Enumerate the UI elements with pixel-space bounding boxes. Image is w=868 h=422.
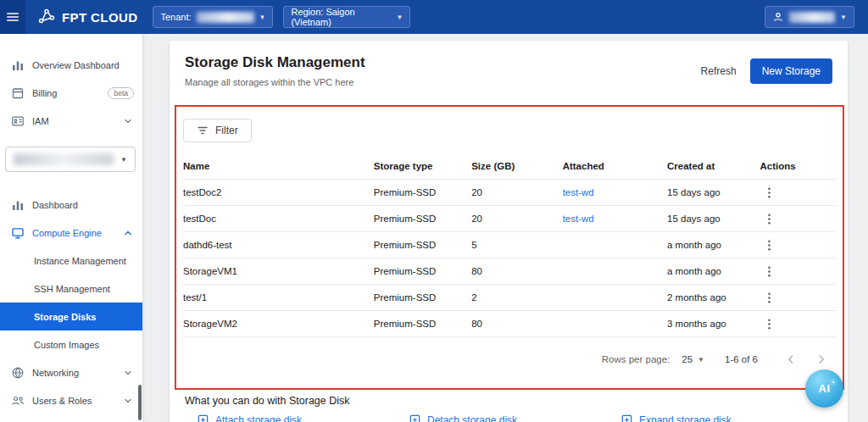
id-card-icon <box>11 114 25 128</box>
region-label: Region: Saigon (Vietnam) <box>291 7 391 27</box>
attached-vm-link[interactable]: test-wd <box>563 214 594 224</box>
row-actions-button[interactable] <box>760 314 778 333</box>
previous-page-button[interactable] <box>780 348 802 370</box>
cell-created-at: 2 months ago <box>662 292 754 303</box>
table-row: testDoc2Premium-SSD20test-wd15 days ago <box>183 180 836 206</box>
expand-storage-disk-link[interactable]: Expand storage disk <box>620 414 832 422</box>
sidebar-item-ssh-management[interactable]: SSH Management <box>0 275 142 303</box>
ai-assistant-button[interactable]: AI <box>805 369 843 408</box>
cell-actions <box>754 183 836 202</box>
sidebar-item-custom-images[interactable]: Custom Images <box>0 330 142 358</box>
detach-storage-disk-icon <box>409 414 421 422</box>
table-row: StorageVM1Premium-SSD80a month ago <box>183 258 836 285</box>
sidebar-item-label: Users & Roles <box>32 396 122 406</box>
column-header-actions: Actions <box>754 161 836 171</box>
cell-actions <box>754 236 836 254</box>
sidebar-item-label: Networking <box>32 368 122 378</box>
footer-heading: What you can do with Storage Disk <box>185 395 832 407</box>
user-icon <box>772 11 784 23</box>
sidebar-main-group: DashboardCompute EngineInstance Manageme… <box>0 191 142 414</box>
cell-created-at: a month ago <box>662 266 754 276</box>
chevron-right-icon <box>815 353 827 365</box>
sidebar-scrollbar[interactable] <box>138 385 142 420</box>
cell-size: 5 <box>471 240 562 250</box>
billing-icon <box>11 86 25 100</box>
cell-size: 2 <box>471 292 562 303</box>
table-row: dathd6-testPremium-SSD5a month ago <box>183 232 836 258</box>
sidebar-item-dashboard[interactable]: Dashboard <box>0 191 142 219</box>
chevron-down-icon: ▼ <box>120 156 127 164</box>
cell-storage-type: Premium-SSD <box>374 319 471 329</box>
cell-size: 80 <box>471 266 562 276</box>
cell-created-at: a month ago <box>662 240 754 250</box>
page-title: Storage Disk Management <box>185 54 365 71</box>
cell-storage-type: Premium-SSD <box>374 292 471 303</box>
brand-name: FPT CLOUD <box>62 10 137 25</box>
panel-header: Storage Disk Management Manage all stora… <box>170 41 848 105</box>
account-menu[interactable]: ▼ <box>765 6 854 28</box>
sidebar-item-instance-management[interactable]: Instance Management <box>0 247 142 275</box>
cell-name: StorageVM2 <box>183 319 374 329</box>
detach-storage-disk-link[interactable]: Detach storage disk <box>409 414 620 422</box>
cell-created-at: 15 days ago <box>662 187 754 197</box>
attach-storage-disk-link[interactable]: Attach storage disk <box>197 414 409 422</box>
fpt-cloud-logo: FPT CLOUD <box>37 8 137 26</box>
column-header-attached: Attached <box>563 161 662 171</box>
sidebar-project-selector-redacted[interactable]: ▼ <box>5 147 136 172</box>
cell-created-at: 15 days ago <box>662 214 754 224</box>
chevron-left-icon <box>785 353 797 365</box>
sidebar-item-label: Overview Dashboard <box>32 60 134 70</box>
gear-icon <box>829 375 837 383</box>
row-actions-button[interactable] <box>760 183 778 202</box>
filter-icon <box>197 125 209 136</box>
cell-actions <box>754 262 836 280</box>
rows-per-page-select[interactable]: 25 ▼ <box>682 354 704 364</box>
sidebar-item-storage-disks[interactable]: Storage Disks <box>0 303 142 330</box>
sidebar: Overview DashboardBillingbetaIAM ▼ Dashb… <box>0 34 142 422</box>
expand-storage-disk-icon <box>620 414 633 422</box>
tenant-value-redacted <box>197 12 254 23</box>
cell-name: dathd6-test <box>183 240 374 250</box>
row-actions-button[interactable] <box>760 209 778 228</box>
attached-vm-link[interactable]: test-wd <box>563 187 594 197</box>
sidebar-item-compute-engine[interactable]: Compute Engine <box>0 219 142 247</box>
row-actions-button[interactable] <box>760 236 778 254</box>
annotation-rectangle: Filter NameStorage typeSize (GB)Attached… <box>175 105 844 390</box>
rows-per-page-value: 25 <box>682 354 693 364</box>
chevron-down-icon: ▼ <box>698 356 704 364</box>
row-actions-button[interactable] <box>760 288 778 307</box>
sidebar-item-billing[interactable]: Billingbeta <box>0 79 142 107</box>
footer-link-label: Attach storage disk <box>215 414 302 422</box>
table-row: StorageVM2Premium-SSD803 months ago <box>183 311 836 337</box>
people-icon <box>11 394 25 408</box>
table-header-row: NameStorage typeSize (GB)AttachedCreated… <box>183 153 836 180</box>
refresh-button[interactable]: Refresh <box>701 65 737 77</box>
storage-disk-table: NameStorage typeSize (GB)AttachedCreated… <box>183 153 836 337</box>
sidebar-item-overview-dashboard[interactable]: Overview Dashboard <box>0 51 142 79</box>
footer-section: What you can do with Storage Disk Attach… <box>170 390 848 422</box>
tenant-selector[interactable]: Tenant: ▼ <box>153 6 273 28</box>
cell-actions <box>754 314 836 333</box>
column-header-size-gb: Size (GB) <box>471 161 562 171</box>
account-value-redacted <box>789 12 835 23</box>
new-storage-button[interactable]: New Storage <box>750 58 832 84</box>
row-actions-button[interactable] <box>760 262 778 280</box>
cell-actions <box>754 209 836 228</box>
network-icon <box>11 366 25 380</box>
next-page-button[interactable] <box>810 348 832 370</box>
filter-button[interactable]: Filter <box>183 119 252 142</box>
sidebar-item-label: Custom Images <box>34 340 134 350</box>
cell-attached: test-wd <box>563 214 662 224</box>
main-panel: Storage Disk Management Manage all stora… <box>170 41 848 422</box>
sidebar-item-networking[interactable]: Networking <box>0 358 142 386</box>
sidebar-item-iam[interactable]: IAM <box>0 107 142 135</box>
sidebar-item-users-roles[interactable]: Users & Roles <box>0 386 142 414</box>
pagination: Rows per page: 25 ▼ 1-6 of 6 <box>183 341 836 378</box>
region-selector[interactable]: Region: Saigon (Vietnam) ▼ <box>283 6 410 28</box>
table-row: test/1Premium-SSD22 months ago <box>183 285 836 311</box>
attach-storage-disk-icon <box>197 414 209 422</box>
cell-name: StorageVM1 <box>183 266 374 276</box>
footer-link-label: Expand storage disk <box>639 414 732 422</box>
hamburger-menu-button[interactable] <box>0 0 25 34</box>
chevron-down-icon: ▼ <box>397 14 403 21</box>
